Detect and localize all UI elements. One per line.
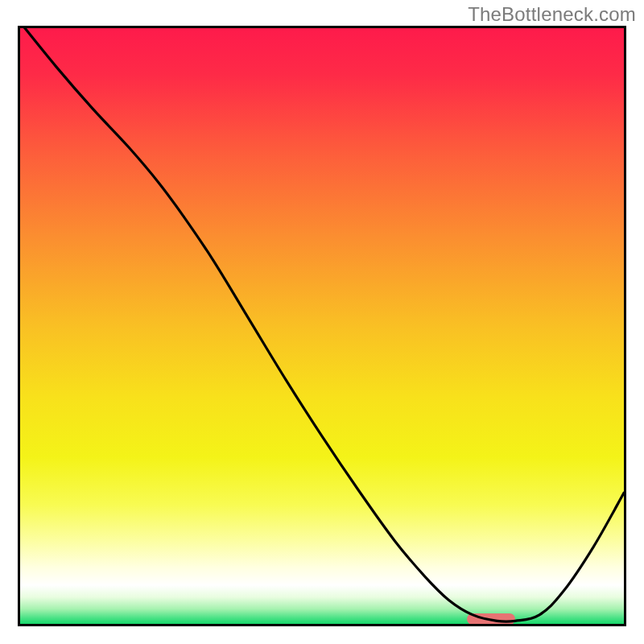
bottleneck-curve — [20, 28, 624, 624]
watermark-text: TheBottleneck.com — [468, 3, 636, 26]
chart-stage: TheBottleneck.com — [0, 0, 644, 644]
plot-area — [18, 26, 626, 626]
